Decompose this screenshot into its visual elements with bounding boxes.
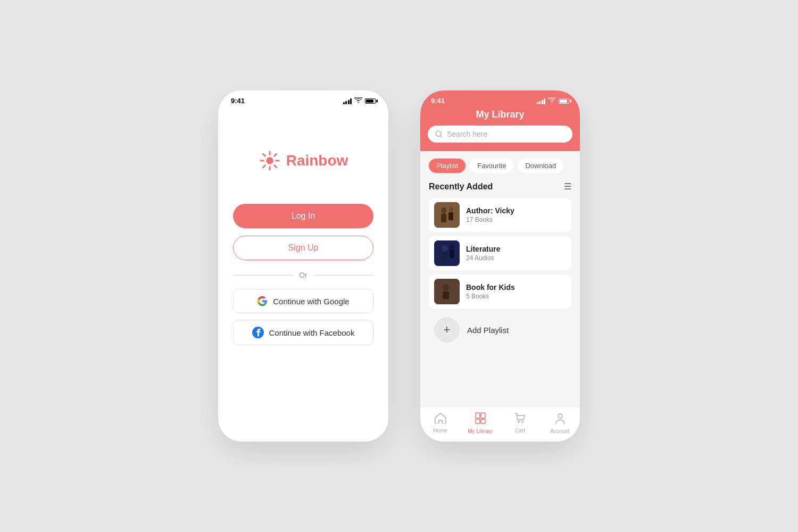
thumb-image-2 — [434, 240, 460, 266]
svg-line-13 — [440, 136, 442, 137]
login-status-icons — [343, 97, 376, 105]
login-content: Rainbow Log In Sign Up Or Continue with … — [218, 107, 388, 442]
nav-label-home: Home — [433, 428, 447, 434]
svg-point-22 — [450, 244, 455, 250]
playlist-info-3: Book for Kids 5 Books — [466, 283, 566, 300]
library-status-icons — [537, 97, 570, 105]
library-battery-icon — [559, 98, 569, 104]
logo-area: Rainbow — [259, 149, 348, 172]
svg-rect-21 — [442, 252, 448, 261]
login-time: 9:41 — [231, 97, 245, 105]
login-button[interactable]: Log In — [233, 204, 373, 228]
list-item[interactable]: Author: Vicky 17 Books — [429, 198, 571, 232]
nav-item-account[interactable]: Account — [540, 412, 580, 434]
library-time: 9:41 — [431, 97, 445, 105]
login-status-bar: 9:41 — [218, 90, 388, 107]
svg-point-25 — [443, 284, 449, 292]
tab-playlist[interactable]: Playlist — [429, 159, 466, 173]
search-bar[interactable]: Search here — [428, 126, 572, 143]
list-item[interactable]: Literature 24 Audios — [429, 236, 571, 270]
add-circle-icon: + — [434, 317, 460, 343]
search-icon — [435, 130, 443, 138]
svg-point-20 — [442, 245, 448, 252]
google-button[interactable]: Continue with Google — [233, 289, 373, 313]
section-title: Recently Added — [429, 182, 493, 192]
svg-line-9 — [263, 165, 265, 168]
nav-label-account: Account — [550, 428, 569, 434]
svg-rect-26 — [443, 292, 449, 299]
tab-favourite[interactable]: Favourite — [470, 159, 513, 173]
svg-line-7 — [274, 165, 276, 168]
thumb-image-1 — [434, 202, 460, 228]
playlist-thumb-1 — [434, 202, 460, 228]
svg-point-1 — [266, 157, 273, 164]
section-header: Recently Added ☰ — [429, 181, 571, 192]
svg-rect-30 — [481, 419, 485, 423]
signal-icon — [343, 98, 352, 104]
google-button-label: Continue with Google — [273, 297, 349, 306]
nav-item-library[interactable]: My Library — [460, 412, 500, 434]
playlist-thumb-3 — [434, 279, 460, 304]
svg-point-17 — [449, 207, 453, 212]
add-playlist-label: Add Playlist — [467, 326, 509, 335]
facebook-icon — [252, 327, 264, 338]
svg-point-15 — [441, 207, 446, 214]
add-playlist[interactable]: + Add Playlist — [429, 313, 571, 347]
svg-point-31 — [518, 421, 519, 423]
tab-row: Playlist Favourite Download — [429, 159, 571, 173]
filter-icon[interactable]: ☰ — [564, 181, 571, 192]
nav-item-home[interactable]: Home — [420, 413, 460, 434]
nav-item-cart[interactable]: Cart — [500, 413, 540, 434]
thumb-image-3 — [434, 279, 460, 304]
login-phone: 9:41 — [218, 90, 388, 442]
library-wifi-icon — [548, 97, 556, 105]
signup-button[interactable]: Sign Up — [233, 236, 373, 260]
bottom-nav: Home My Library — [420, 406, 580, 442]
account-icon — [555, 412, 566, 427]
search-input[interactable]: Search here — [447, 130, 565, 138]
playlist-name-1: Author: Vicky — [466, 206, 566, 215]
svg-point-0 — [358, 102, 359, 103]
svg-rect-16 — [441, 214, 446, 222]
library-status-bar: 9:41 — [420, 90, 580, 107]
rainbow-logo-icon — [259, 149, 281, 172]
or-divider: Or — [233, 271, 373, 279]
svg-point-32 — [521, 421, 523, 423]
svg-rect-27 — [476, 413, 480, 418]
svg-point-11 — [552, 102, 553, 103]
cart-icon — [514, 413, 526, 426]
svg-rect-28 — [481, 413, 485, 418]
playlist-info-1: Author: Vicky 17 Books — [466, 206, 566, 223]
svg-rect-23 — [450, 250, 454, 258]
library-body: Playlist Favourite Download Recently Add… — [420, 151, 580, 406]
logo-text: Rainbow — [286, 152, 348, 169]
home-icon — [435, 413, 446, 426]
or-text: Or — [299, 271, 307, 279]
facebook-button[interactable]: Continue with Facebook — [233, 320, 373, 345]
library-title: My Library — [420, 107, 580, 126]
facebook-button-label: Continue with Facebook — [269, 328, 355, 337]
battery-icon — [365, 98, 376, 104]
tab-download[interactable]: Download — [518, 159, 563, 173]
svg-line-6 — [263, 154, 265, 156]
playlist-name-3: Book for Kids — [466, 283, 566, 292]
list-item[interactable]: Book for Kids 5 Books — [429, 275, 571, 309]
library-phone: 9:41 My Library — [420, 90, 580, 442]
svg-point-33 — [558, 414, 562, 418]
playlist-count-1: 17 Books — [466, 216, 566, 223]
playlist-info-2: Literature 24 Audios — [466, 245, 566, 262]
svg-rect-18 — [448, 212, 453, 220]
svg-line-8 — [274, 154, 276, 156]
library-signal-icon — [537, 98, 546, 104]
svg-rect-29 — [476, 419, 480, 423]
nav-label-cart: Cart — [515, 428, 525, 434]
playlist-count-3: 5 Books — [466, 293, 566, 300]
google-icon — [257, 296, 268, 306]
svg-rect-14 — [434, 202, 460, 228]
playlist-count-2: 24 Audios — [466, 254, 566, 262]
playlist-name-2: Literature — [466, 245, 566, 253]
library-header: 9:41 My Library — [420, 90, 580, 151]
playlist-thumb-2 — [434, 240, 460, 266]
wifi-icon — [354, 97, 362, 105]
library-nav-icon — [475, 412, 486, 427]
